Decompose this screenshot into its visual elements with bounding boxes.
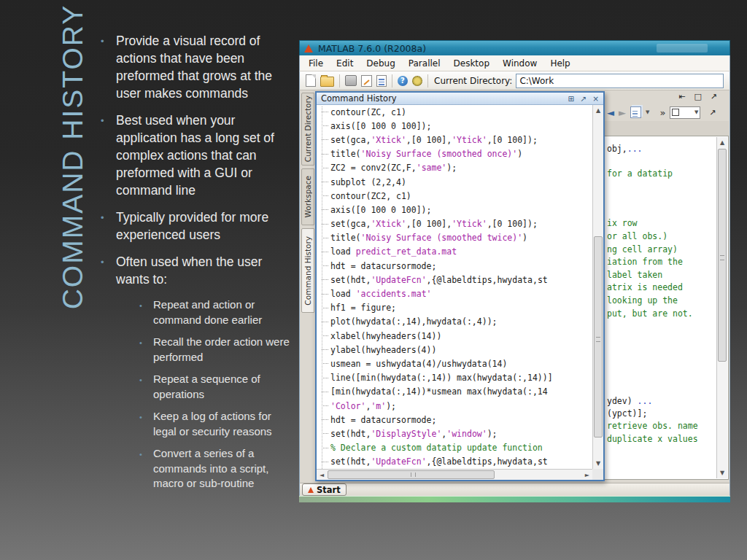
overflow-chevron-icon[interactable]: » <box>659 107 665 118</box>
history-line[interactable]: contour(ZC2, c1) <box>317 189 592 203</box>
history-line[interactable]: 'Color','m'); <box>317 399 592 413</box>
matlab-status-bar: Start <box>299 483 730 497</box>
window-title: MATLAB 7.6.0 (R2008a) <box>318 43 426 54</box>
menu-debug[interactable]: Debug <box>360 58 401 69</box>
history-line[interactable]: set(gca,'Xtick',[0 100],'Ytick',[0 100])… <box>317 217 592 231</box>
history-line[interactable]: line([min(hwydata(:,14)) max(hwydata(:,1… <box>317 371 592 385</box>
bullet-item: Keep a log of actions for legal or secur… <box>139 409 295 439</box>
history-line[interactable]: ZC2 = conv2(ZC,F,'same'); <box>317 161 592 175</box>
editor-line: atrix is needed <box>607 282 683 292</box>
history-line[interactable]: [min(hwydata(:,14))*usmean max(hwydata(:… <box>317 385 592 399</box>
editor-line: obj,... <box>607 144 642 154</box>
edit-mfile-icon[interactable] <box>361 75 372 87</box>
dock-left-icon[interactable]: ⇤ <box>678 92 685 101</box>
menu-window[interactable]: Window <box>496 58 543 69</box>
new-document-icon[interactable] <box>306 74 316 87</box>
history-line[interactable]: plot(hwydata(:,14),hwydata(:,4)); <box>317 315 592 329</box>
document-stack-icon[interactable] <box>630 106 641 118</box>
history-line[interactable]: set(hdt,'UpdateFcn',{@labeldtips,hwydata… <box>317 455 592 469</box>
help-icon[interactable]: ? <box>398 76 408 86</box>
history-line[interactable]: contour(ZC, c1) <box>317 105 592 119</box>
history-line[interactable]: subplot (2,2,4) <box>317 175 592 189</box>
undock-icon[interactable]: ↗ <box>711 92 717 101</box>
command-history-window: Command History ⊞ ↗ × contour(ZC, c1)axi… <box>315 91 605 481</box>
slide-bullet-list: Provide a visual record of actions that … <box>99 32 295 499</box>
menu-file[interactable]: File <box>302 58 330 69</box>
editor-content[interactable]: obj,...for a datatipix rowor all obs.)ng… <box>604 136 729 480</box>
history-line[interactable]: ylabel(hwyheaders(4)) <box>317 343 592 357</box>
scroll-up-icon[interactable]: ▲ <box>593 107 603 114</box>
history-vertical-scrollbar[interactable]: ▲ ▼ <box>592 105 603 469</box>
undock-icon[interactable]: ↗ <box>580 94 587 103</box>
desktop-wallpaper-strip <box>299 496 730 502</box>
history-line[interactable]: axis([0 100 0 100]); <box>317 119 592 133</box>
dock-icon[interactable]: ⊞ <box>568 94 575 103</box>
dropdown-caret-icon[interactable]: ▼ <box>646 109 649 115</box>
menu-edit[interactable]: Edit <box>330 58 360 69</box>
forward-icon[interactable]: ► <box>619 107 626 118</box>
history-line[interactable]: hdt = datacursormode; <box>317 259 592 273</box>
matlab-logo-icon <box>308 487 314 493</box>
stack-selector-dropdown[interactable]: ▼ <box>670 106 700 119</box>
toolbar-separator <box>392 74 392 88</box>
dropdown-caret-icon: ▼ <box>694 109 698 115</box>
editor-toolbar: ◄ ► ▼ » ▼ ↗ <box>607 104 727 121</box>
open-folder-icon[interactable] <box>320 75 334 87</box>
menu-parallel[interactable]: Parallel <box>402 58 447 69</box>
editor-line: retrieve obs. name <box>607 421 698 431</box>
paste-icon[interactable] <box>345 75 357 86</box>
scroll-up-icon[interactable]: ▲ <box>717 139 727 146</box>
desktop-main-area: Current DirectoryWorkspaceCommand Histor… <box>299 90 730 483</box>
history-line[interactable]: load 'accidents.mat' <box>317 287 592 300</box>
simulink-icon[interactable] <box>412 76 422 86</box>
scrollbar-thumb[interactable] <box>594 236 603 438</box>
close-icon[interactable]: × <box>592 94 599 103</box>
history-line[interactable]: xlabel(hwyheaders(14)) <box>317 329 592 343</box>
undock-icon[interactable]: ↗ <box>709 108 716 117</box>
history-horizontal-scrollbar[interactable]: ◄ ► <box>317 469 592 480</box>
current-directory-input[interactable] <box>516 74 724 88</box>
scrollbar-thumb[interactable] <box>328 470 495 479</box>
bullet-item: Often used when the user wants to: <box>99 253 295 288</box>
editor-tab-gap <box>604 121 729 136</box>
history-line[interactable]: set(hdt,'DisplayStyle','window'); <box>317 427 592 440</box>
history-line[interactable]: set(hdt,'UpdateFcn',{@labeldtips,hwydata… <box>317 273 592 287</box>
scroll-left-icon[interactable]: ◄ <box>320 470 324 480</box>
editor-line: ix row <box>607 218 638 228</box>
history-line[interactable]: usmean = ushwydata(4)/ushwydata(14) <box>317 357 592 370</box>
back-icon[interactable]: ◄ <box>607 107 614 118</box>
side-tab-command-history[interactable]: Command History <box>301 228 314 313</box>
menu-help[interactable]: Help <box>543 58 576 69</box>
scroll-down-icon[interactable]: ▼ <box>593 460 603 467</box>
document-icon[interactable] <box>376 75 387 87</box>
editor-vertical-scrollbar[interactable]: ▲ ▼ <box>716 137 727 478</box>
tree-branch-icon <box>322 168 328 168</box>
side-tab-workspace[interactable]: Workspace <box>301 168 314 225</box>
tree-branch-icon <box>322 392 328 392</box>
history-line[interactable]: % Declare a custom datatip update functi… <box>317 441 592 455</box>
command-history-title-bar[interactable]: Command History ⊞ ↗ × <box>317 93 603 105</box>
scroll-right-icon[interactable]: ► <box>585 470 589 480</box>
history-line[interactable]: hf1 = figure; <box>317 301 592 315</box>
history-line[interactable]: load predict_ret_data.mat <box>317 245 592 259</box>
editor-line: iation from the <box>607 257 683 267</box>
history-line[interactable]: set(gca,'Xtick',[0 100],'Ytick',[0 100])… <box>317 133 592 147</box>
side-tab-current-directory[interactable]: Current Directory <box>301 93 314 166</box>
start-button[interactable]: Start <box>302 483 347 496</box>
bullet-item: Repeat and action or command done earlie… <box>139 298 295 327</box>
history-line[interactable]: title('Noisy Surface (smoothed twice)') <box>317 231 592 245</box>
editor-line: label taken <box>607 270 662 280</box>
scroll-down-icon[interactable]: ▼ <box>717 470 727 476</box>
history-line[interactable]: hdt = datacursormode; <box>317 413 592 427</box>
tree-branch-icon <box>322 265 328 266</box>
titlebar-watermark <box>657 44 708 52</box>
tree-branch-icon <box>322 154 328 155</box>
tree-branch-icon <box>322 363 328 364</box>
tree-branch-icon <box>322 378 328 378</box>
scrollbar-thumb[interactable] <box>718 149 727 362</box>
menu-desktop[interactable]: Desktop <box>447 58 497 69</box>
restore-icon[interactable]: □ <box>694 92 701 101</box>
stack-square-icon <box>672 109 679 116</box>
history-line[interactable]: title('Noisy Surface (smoothed once)') <box>317 147 592 161</box>
history-line[interactable]: axis([0 100 0 100]); <box>317 203 592 217</box>
